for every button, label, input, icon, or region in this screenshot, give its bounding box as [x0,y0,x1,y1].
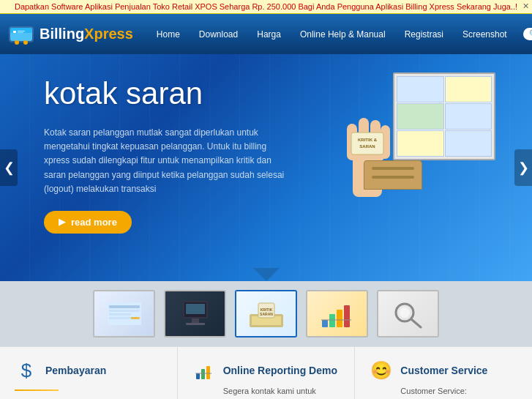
banner-text: Dapatkan Software Aplikasi Penjualan Tok… [15,2,517,11]
svg-line-39 [411,319,421,327]
hero-body: Kotak saran pelanggan mutlak sangat dipe… [44,126,293,196]
thumbnail-4[interactable] [377,290,439,338]
svg-rect-19 [109,310,140,312]
support-sub: Customer Service: [400,387,517,395]
bottom-card-support: 😊 Customer Service Customer Service: [355,347,532,399]
svg-rect-22 [131,317,140,319]
nav-harga[interactable]: Harga [248,25,290,44]
read-more-button[interactable]: read more [44,211,132,234]
svg-point-3 [15,40,19,45]
reporting-header: Online Reporting Demo [192,359,340,382]
svg-rect-35 [337,310,342,327]
nav-help[interactable]: Online Help & Manual [291,25,394,44]
nav: Home Download Harga Online Help & Manual… [148,25,516,44]
svg-rect-36 [344,305,350,327]
payment-divider [15,389,59,391]
nav-download[interactable]: Download [190,25,247,44]
svg-rect-43 [206,366,210,379]
thumb-icon-1 [165,291,225,336]
svg-rect-26 [192,318,199,323]
reporting-title: Online Reporting Demo [223,365,337,376]
support-icon: 😊 [370,359,393,382]
prev-slide-button[interactable]: ❮ [0,149,18,186]
svg-rect-41 [196,373,200,379]
search-icon: 🔍 [529,29,532,39]
search-area: 🔍 [523,28,532,40]
bottom-card-payment: $ Pembayaran [0,347,178,399]
thumb-icon-3 [307,291,367,336]
logo-text: BillingXpress [40,26,133,42]
next-slide-button[interactable]: ❯ [514,149,532,186]
thumbnail-1[interactable] [164,290,226,338]
hero-triangle-indicator [253,268,280,281]
bottom-section: $ Pembayaran Online Reporting Demo Seger… [0,346,532,399]
payment-header: $ Pembayaran [15,359,162,382]
reporting-sub: Segera kontak kami untuk [223,387,340,395]
thumb-icon-0 [94,291,154,336]
thumb-icon-2: KRITIK SARAN [236,291,296,336]
svg-rect-42 [201,369,205,379]
svg-rect-7 [18,32,23,33]
reporting-icon [192,359,216,382]
nav-registrasi[interactable]: Registrasi [396,25,452,44]
svg-rect-34 [329,314,335,327]
thumbnail-0[interactable] [93,290,155,338]
svg-rect-25 [186,304,205,314]
svg-point-40 [400,307,410,318]
banner-close[interactable]: ✕ [522,1,529,11]
header: BillingXpress Home Download Harga Online… [0,14,532,54]
thumbnail-strip: KRITIK SARAN [0,281,532,346]
svg-rect-5 [13,31,16,33]
thumbnail-2[interactable]: KRITIK SARAN [235,290,297,338]
logo-icon [7,20,35,48]
hero-content: kotak saran Kotak saran pelanggan mutlak… [0,54,532,256]
nav-home[interactable]: Home [148,25,189,44]
thumb-icon-4 [378,291,438,336]
hero-section: ❮ kotak saran Kotak saran pelanggan mutl… [0,54,532,281]
svg-rect-20 [109,313,131,316]
svg-rect-33 [322,320,328,327]
logo[interactable]: BillingXpress [7,20,133,48]
top-banner: Dapatkan Software Aplikasi Penjualan Tok… [0,0,532,14]
svg-rect-18 [109,305,140,308]
payment-icon: $ [15,359,38,382]
svg-text:SARAN: SARAN [260,312,273,316]
nav-screenshot[interactable]: Screenshot [454,25,516,44]
support-title: Customer Service [400,365,487,376]
support-header: 😊 Customer Service [370,359,517,382]
svg-rect-6 [18,31,25,31]
bottom-card-reporting: Online Reporting Demo Segera kontak kami… [178,347,356,399]
thumbnail-3[interactable] [306,290,368,338]
svg-point-4 [23,40,28,45]
hero-title: kotak saran [44,76,510,111]
payment-title: Pembayaran [45,365,106,376]
svg-rect-27 [186,323,205,325]
